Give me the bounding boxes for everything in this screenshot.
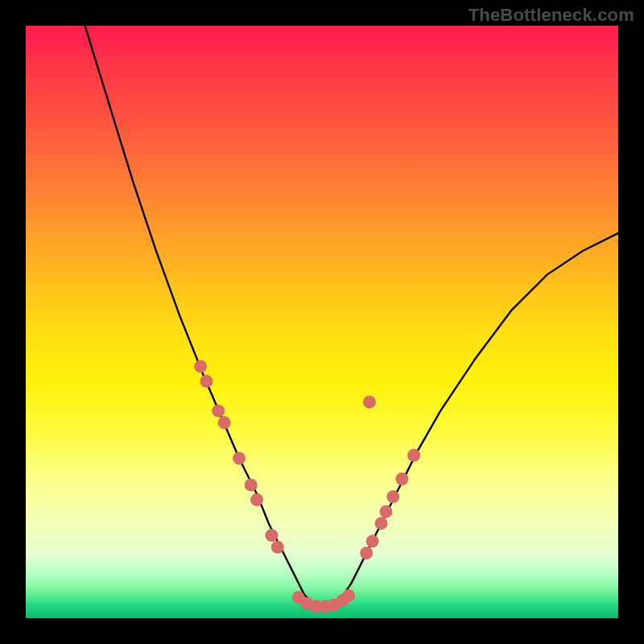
data-point xyxy=(395,473,408,485)
data-point xyxy=(407,449,420,462)
data-point xyxy=(194,360,207,373)
data-point xyxy=(212,404,225,417)
plot-area xyxy=(26,26,618,618)
data-point xyxy=(366,535,379,547)
data-point xyxy=(363,395,376,408)
curve-svg xyxy=(26,26,618,618)
watermark-text: TheBottleneck.com xyxy=(469,5,634,26)
bottleneck-curve xyxy=(85,26,618,606)
data-point xyxy=(342,589,355,602)
data-point xyxy=(360,547,373,559)
data-point xyxy=(271,541,284,554)
data-point xyxy=(250,493,263,506)
data-point xyxy=(380,506,393,518)
data-point xyxy=(245,478,258,491)
chart-frame: TheBottleneck.com xyxy=(0,0,644,644)
data-point xyxy=(218,416,231,429)
data-point xyxy=(375,517,388,530)
data-markers xyxy=(194,360,420,613)
data-point xyxy=(265,529,278,542)
data-point xyxy=(200,375,213,388)
data-point xyxy=(386,490,399,503)
data-point xyxy=(233,452,246,464)
